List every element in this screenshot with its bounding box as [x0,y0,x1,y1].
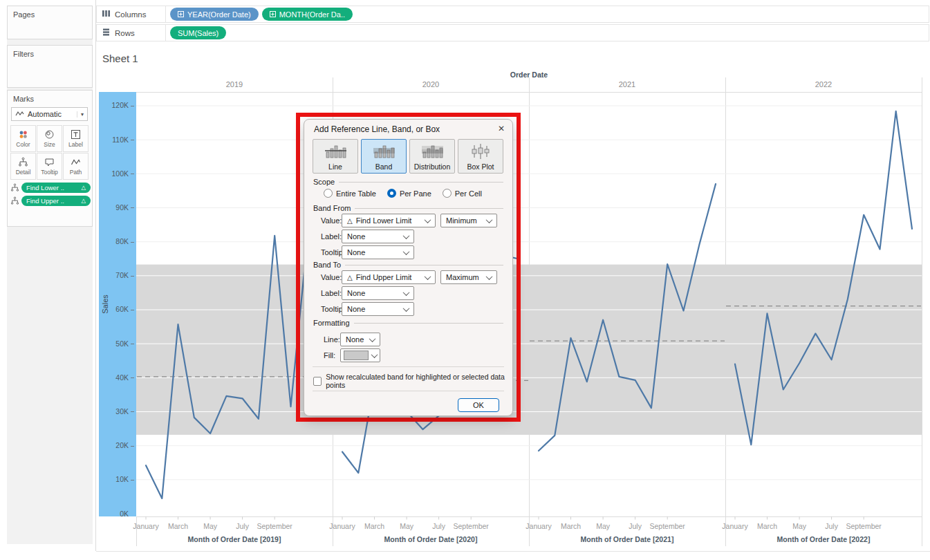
sales-line-chart [136,92,922,546]
formatting-line-row: Line: None [324,333,380,346]
chevron-down-icon [403,289,410,296]
pane-year-header-2021[interactable]: 2021 [529,80,725,88]
close-icon[interactable]: ✕ [498,124,505,133]
band-to-tooltip-dropdown[interactable]: None [342,302,414,316]
y-tick-mark [131,242,134,243]
tab-box-plot[interactable]: Box Plot [458,139,503,174]
fill-color-swatch [344,351,369,360]
band-type-icon [372,142,396,162]
y-tick-label: 0K [100,510,129,518]
formatting-fill-row: Fill: [324,348,380,362]
y-tick-mark [131,480,134,480]
tab-line-label: Line [328,162,342,171]
y-tick-label: 100K [100,169,129,178]
y-tick-mark [131,140,134,140]
tableau-window: Pages Filters Marks Automatic ▾ ColorSiz… [0,0,930,560]
tab-box-plot-label: Box Plot [467,162,494,171]
calculated-field-icon: △ [347,274,353,281]
band-from-label-dropdown[interactable]: None [342,230,414,243]
chevron-down-icon [425,273,431,280]
band-to-label-row: Label: None [321,286,414,300]
y-tick-label: 20K [100,441,129,449]
reference-type-tabs: Line Band Distribution Box Plot [313,139,503,174]
band-from-value-dropdown[interactable]: △Find Lower Limit [342,214,436,227]
y-tick-mark [131,174,134,174]
tab-distribution[interactable]: Distribution [409,139,455,174]
band-to-tooltip-row: Tooltip: None [321,302,414,316]
band-to-aggregation-dropdown[interactable]: Maximum [440,270,497,284]
y-tick-label: 50K [100,339,129,348]
tab-band[interactable]: Band [361,139,407,174]
worksheet-bottom-border [96,551,930,552]
add-reference-line-dialog: Add Reference Line, Band, or Box ✕ Line … [304,119,513,416]
band-from-label-row: Label: None [321,230,414,243]
band-to-section-header: Band To [313,261,503,269]
sidebar-divider [95,0,96,551]
radio-per-cell[interactable]: Per Cell [443,189,482,198]
band-from-section-header: Band From [313,204,503,212]
y-tick-mark [131,310,134,310]
plot-right-border [922,77,922,546]
chevron-down-icon [369,335,376,342]
y-tick-label: 40K [100,373,129,382]
y-tick-mark [131,106,134,106]
band-to-label-dropdown[interactable]: None [342,286,414,300]
tab-band-label: Band [375,162,393,171]
ok-button[interactable]: OK [458,398,499,412]
tab-line[interactable]: Line [313,139,358,174]
recalculated-band-row[interactable]: Show recalculated band for highlighted o… [313,373,512,389]
band-to-value-row: Value: △Find Upper Limit Maximum [321,270,497,284]
line-format-dropdown[interactable]: None [340,333,380,346]
y-tick-mark [131,411,134,412]
band-from-value-row: Value: △Find Lower Limit Minimum [321,214,497,227]
scope-section-header: Scope [313,178,503,186]
y-tick-label: 110K [100,136,129,144]
y-tick-mark [131,446,134,447]
y-tick-mark [131,207,134,208]
y-tick-label: 10K [100,475,129,483]
pane-year-header-2020[interactable]: 2020 [333,80,529,88]
y-tick-label: 30K [100,407,129,416]
radio-icon [324,189,333,198]
checkbox-label: Show recalculated band for highlighted o… [326,373,512,389]
pane-year-header-2019[interactable]: 2019 [136,80,333,88]
line-type-icon [324,142,347,162]
y-tick-label: 80K [100,237,129,245]
distribution-type-icon [420,142,444,162]
y-tick-label: 70K [100,271,129,279]
band-from-aggregation-dropdown[interactable]: Minimum [440,214,497,227]
calculated-field-icon: △ [347,217,353,225]
y-tick-mark [131,276,134,277]
chevron-down-icon [403,248,410,255]
y-tick-mark [131,344,134,344]
chevron-down-icon [403,232,410,239]
radio-icon [443,189,452,198]
chevron-down-icon [425,216,431,223]
chevron-down-icon [403,305,410,312]
divider [313,366,504,367]
band-to-value-dropdown[interactable]: △Find Upper Limit [342,270,436,284]
box-plot-type-icon [469,142,492,162]
band-from-tooltip-dropdown[interactable]: None [342,245,414,259]
checkbox-icon[interactable] [313,377,322,386]
y-tick-label: 120K [100,101,129,109]
chevron-down-icon [486,216,493,223]
pane-year-header-2022[interactable]: 2022 [725,80,922,88]
radio-entire-table[interactable]: Entire Table [324,189,376,198]
chevron-down-icon [371,351,378,358]
radio-per-pane[interactable]: Per Pane [387,189,431,198]
y-tick-label: 60K [100,305,129,313]
chevron-down-icon [486,273,493,280]
band-from-tooltip-row: Tooltip: None [321,245,414,259]
radio-selected-icon [387,189,396,198]
y-tick-mark [131,377,134,378]
y-tick-label: 90K [100,203,129,212]
scope-options: Entire Table Per Pane Per Cell [324,189,482,198]
dialog-title: Add Reference Line, Band, or Box [314,124,440,134]
formatting-section-header: Formatting [313,319,503,327]
fill-format-dropdown[interactable] [340,348,380,362]
divider [313,391,504,391]
tab-distribution-label: Distribution [414,162,451,171]
